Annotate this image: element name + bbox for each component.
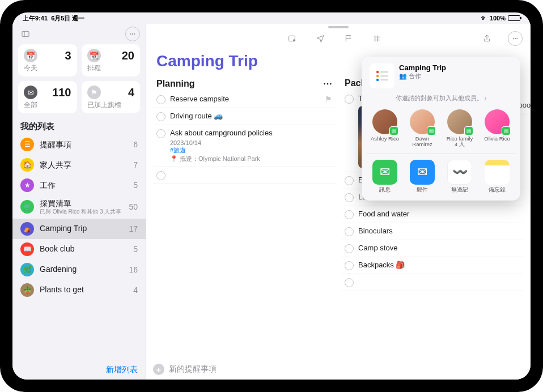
checkbox[interactable] bbox=[345, 244, 354, 253]
reminders-app-icon bbox=[370, 63, 394, 88]
more-icon[interactable] bbox=[508, 31, 523, 46]
svg-point-8 bbox=[515, 38, 515, 39]
status-bar: 上午9:41 6月5日 週一 ᯤ 100% bbox=[12, 12, 531, 24]
share-person[interactable]: ✉︎ Dawn Ramirez bbox=[406, 109, 438, 148]
flag-icon: ⚑ bbox=[87, 86, 101, 99]
svg-point-9 bbox=[517, 38, 517, 39]
add-task-button[interactable] bbox=[341, 274, 524, 291]
new-list-button[interactable]: 新增列表 bbox=[12, 360, 146, 380]
checkbox[interactable] bbox=[345, 95, 354, 104]
location-icon[interactable] bbox=[313, 31, 328, 46]
avatar: ✉︎ bbox=[410, 109, 435, 134]
more-icon[interactable] bbox=[125, 27, 140, 41]
sidebar-list-item[interactable]: 🛒 採買清單已與 Olivia Rico 和其他 3 人共享 50 bbox=[12, 195, 146, 219]
sidebar-list-item[interactable]: 🪴 Plants to get 4 bbox=[12, 280, 146, 300]
svg-rect-0 bbox=[22, 31, 29, 36]
avatar: ✉︎ bbox=[372, 109, 397, 134]
checkbox[interactable] bbox=[156, 112, 166, 121]
share-icon[interactable] bbox=[480, 31, 494, 46]
checkbox[interactable] bbox=[345, 210, 354, 219]
task-row[interactable]: Driving route 🚙 bbox=[153, 108, 336, 125]
share-app[interactable]: 備忘錄 bbox=[481, 160, 513, 194]
smart-all[interactable]: ✉︎110 全部 bbox=[18, 81, 77, 113]
list-icon: 🏠 bbox=[20, 158, 34, 172]
status-date: 6月5日 週一 bbox=[51, 15, 84, 22]
share-note[interactable]: 你邀請的對象可加入其他成員。 bbox=[366, 92, 516, 107]
share-sheet: Camping Trip 👥 合作 你邀請的對象可加入其他成員。 ✉︎ Ashl… bbox=[362, 57, 520, 201]
messages-badge-icon: ✉︎ bbox=[427, 126, 436, 135]
add-task-button[interactable] bbox=[153, 167, 336, 184]
app-icon: ✉︎ bbox=[410, 160, 435, 185]
list-icon: 🪴 bbox=[20, 283, 34, 297]
main-content: Camping Trip Planning⋯Reserve campsite⚑D… bbox=[146, 24, 531, 380]
share-mode[interactable]: 👥 合作 bbox=[399, 72, 446, 80]
tag-icon[interactable] bbox=[370, 31, 384, 46]
task-row[interactable]: Binoculars bbox=[341, 223, 524, 240]
column-header[interactable]: Planning⋯ bbox=[153, 76, 336, 91]
svg-point-4 bbox=[134, 33, 135, 34]
list-icon: ☰ bbox=[20, 138, 34, 151]
svg-point-6 bbox=[293, 39, 295, 41]
sidebar: 📅3 今天 📆20 排程 ✉︎110 全部 ⚑4 已加上旗標 bbox=[12, 24, 146, 380]
list-icon: 📖 bbox=[20, 242, 34, 256]
sidebar-list-item[interactable]: ★ 工作 5 bbox=[12, 175, 146, 195]
checkbox[interactable] bbox=[345, 278, 354, 287]
svg-point-7 bbox=[513, 38, 514, 39]
sidebar-list-item[interactable]: ☰ 提醒事項 6 bbox=[12, 134, 146, 155]
calendar-icon: 📅 bbox=[24, 49, 37, 62]
sidebar-toggle-icon[interactable] bbox=[18, 27, 33, 41]
task-row[interactable]: Food and water bbox=[341, 206, 524, 223]
checkbox[interactable] bbox=[345, 193, 354, 202]
sidebar-list-item[interactable]: 📖 Book club 5 bbox=[12, 239, 146, 259]
battery-percent: 100% bbox=[490, 15, 506, 22]
new-column-icon[interactable] bbox=[285, 31, 299, 46]
avatar: ✉︎ bbox=[447, 109, 472, 134]
task-row[interactable]: Backpacks 🎒 bbox=[341, 257, 524, 274]
battery-icon bbox=[508, 15, 520, 21]
share-app[interactable]: ✉︎訊息 bbox=[369, 160, 401, 194]
list-icon: ★ bbox=[20, 178, 34, 192]
my-lists-header: 我的列表 bbox=[12, 119, 146, 134]
share-person[interactable]: ✉︎ Ashley Rico bbox=[369, 109, 401, 148]
smart-today[interactable]: 📅3 今天 bbox=[18, 44, 77, 76]
svg-point-3 bbox=[132, 33, 133, 34]
checkbox[interactable] bbox=[345, 261, 354, 270]
checkbox[interactable] bbox=[345, 227, 354, 236]
app-icon bbox=[485, 160, 510, 185]
smart-flagged[interactable]: ⚑4 已加上旗標 bbox=[82, 81, 141, 113]
svg-point-2 bbox=[130, 33, 131, 34]
sidebar-list-item[interactable]: 🏠 家人共享 7 bbox=[12, 155, 146, 175]
sidebar-list-item[interactable]: ⛺ Camping Trip 17 bbox=[12, 219, 146, 239]
list-icon: ⛺ bbox=[20, 222, 34, 236]
avatar: ✉︎ bbox=[485, 109, 510, 134]
flag-icon[interactable] bbox=[341, 31, 356, 46]
plus-icon: + bbox=[153, 364, 164, 375]
checkbox[interactable] bbox=[156, 95, 166, 104]
wifi-icon: ᯤ bbox=[481, 14, 487, 22]
list-icon: 🌿 bbox=[20, 263, 34, 276]
list-icon: 🛒 bbox=[20, 200, 34, 214]
more-icon[interactable]: ⋯ bbox=[323, 78, 332, 89]
share-title: Camping Trip bbox=[399, 63, 446, 72]
task-row[interactable]: Reserve campsite⚑ bbox=[153, 91, 336, 108]
status-time: 上午9:41 bbox=[23, 15, 48, 22]
checkbox[interactable] bbox=[156, 171, 166, 180]
new-reminder-button[interactable]: + 新的提醒事項 bbox=[153, 364, 217, 375]
checkbox[interactable] bbox=[156, 129, 166, 138]
task-row[interactable]: Ask about campground policies2023/10/14#… bbox=[153, 125, 336, 167]
share-app[interactable]: 〰️無邊記 bbox=[444, 160, 476, 194]
smart-scheduled[interactable]: 📆20 排程 bbox=[82, 44, 141, 76]
messages-badge-icon: ✉︎ bbox=[502, 126, 511, 135]
svg-point-11 bbox=[376, 75, 379, 77]
sidebar-list-item[interactable]: 🌿 Gardening 16 bbox=[12, 259, 146, 280]
share-person[interactable]: ✉︎ Olivia Rico bbox=[481, 109, 513, 148]
checkbox[interactable] bbox=[345, 176, 354, 185]
flag-icon: ⚑ bbox=[325, 95, 332, 104]
share-person[interactable]: ✉︎ Rico family4 人 bbox=[444, 109, 476, 148]
task-row[interactable]: Camp stove bbox=[341, 240, 524, 257]
share-app[interactable]: ✉︎郵件 bbox=[406, 160, 438, 194]
messages-badge-icon: ✉︎ bbox=[464, 126, 473, 135]
svg-point-10 bbox=[376, 71, 379, 73]
svg-point-12 bbox=[376, 79, 379, 81]
inbox-icon: ✉︎ bbox=[24, 86, 37, 99]
